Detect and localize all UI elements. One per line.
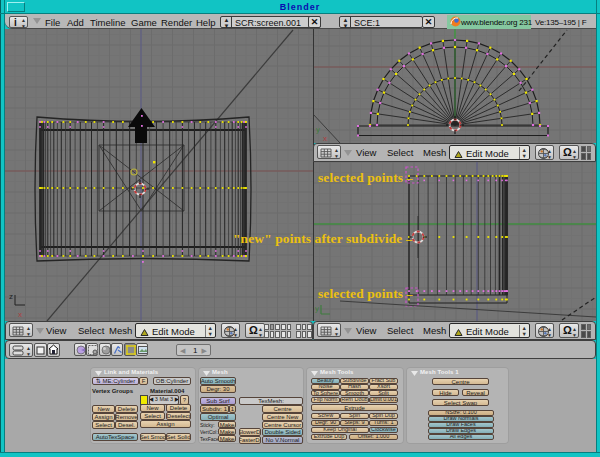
svg-text:x: x — [323, 134, 327, 143]
svg-text:z: z — [9, 292, 13, 301]
svg-text:y: y — [315, 304, 319, 313]
svg-text:y: y — [316, 125, 320, 134]
svg-text:x: x — [18, 310, 22, 319]
